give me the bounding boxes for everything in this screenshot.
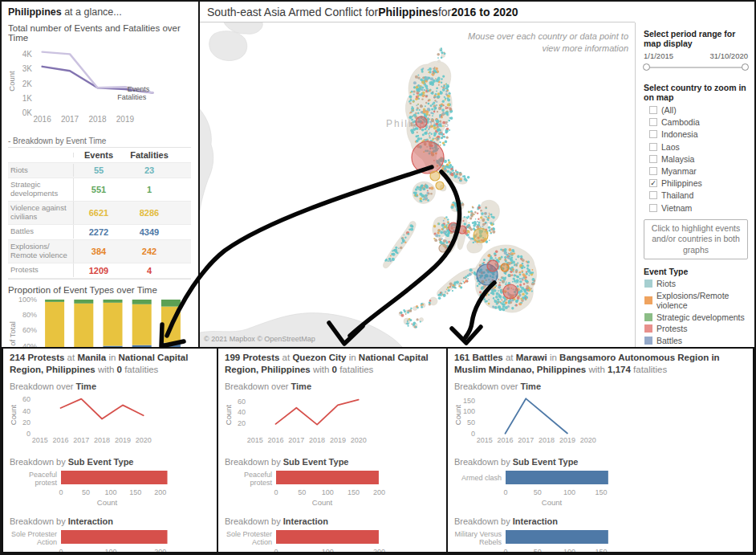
svg-text:2020: 2020: [351, 436, 367, 444]
checkbox-checked-icon[interactable]: ✓: [649, 179, 657, 187]
svg-text:200: 200: [373, 488, 385, 496]
breakdown-interaction-header: Breakdown by Interaction: [10, 516, 210, 526]
events-fatalities-chart-title: Total number of Events and Fatalities ov…: [8, 23, 193, 43]
legend-event-battles[interactable]: Battles: [644, 336, 748, 345]
checkbox-icon[interactable]: [649, 130, 657, 138]
svg-text:0K: 0K: [22, 108, 33, 117]
column-header: Events: [74, 148, 124, 162]
place: Quezon City: [292, 353, 346, 362]
map-bubble[interactable]: [430, 171, 440, 181]
checkbox-icon[interactable]: [649, 106, 657, 114]
event-type-legend: RiotsExplosions/Remote violenceStrategic…: [644, 279, 748, 347]
map-bubble[interactable]: [439, 244, 447, 252]
detail-panel-manila: 214 Protests at Manila in National Capit…: [2, 347, 218, 553]
country-select-label: Select country to zoom in on map: [644, 83, 748, 102]
svg-text:20: 20: [238, 419, 246, 427]
country-checkbox-philippines[interactable]: ✓Philippines: [649, 178, 748, 188]
quezon-interaction-bar[interactable]: Sole ProtesterAction0100200Count: [225, 527, 397, 553]
table-row[interactable]: Protests12094: [8, 263, 191, 279]
map-bubble[interactable]: [412, 141, 444, 173]
legend-event-explosions-remote-violence[interactable]: Explosions/Remote violence: [644, 291, 748, 310]
slider-handle-end[interactable]: [742, 63, 749, 71]
breakdown-sub-header: Breakdown by Sub Event Type: [225, 457, 440, 467]
event-type-label: Protests: [8, 263, 74, 277]
map-bubble[interactable]: [449, 222, 458, 232]
marawi-sub-event-bar[interactable]: Armed clash050100150Count: [454, 467, 627, 508]
checkbox-icon[interactable]: [649, 167, 657, 175]
breakdown-sub-header: Breakdown by Sub Event Type: [454, 457, 746, 467]
marawi-interaction-bar[interactable]: Military VersusRebels050100150Count: [454, 527, 627, 553]
event-type-label: Riots: [8, 164, 74, 178]
proportion-stacked-chart[interactable]: 0%20%40%60%80%100%% of Total201620172018…: [8, 296, 195, 347]
table-row[interactable]: Explosions/ Remote violence384242: [8, 240, 191, 263]
country-checkbox-malaysia[interactable]: Malaysia: [649, 154, 748, 164]
events-value: 2272: [74, 225, 124, 239]
legend-label: Strategic developments: [656, 312, 745, 322]
marawi-time-chart[interactable]: 050100150201520162017201820192020Count: [454, 392, 603, 448]
map-area[interactable]: Philippines Mouse over each country or d…: [200, 22, 635, 347]
period-start: 1/1/2015: [644, 51, 673, 60]
legend-event-protests[interactable]: Protests: [644, 324, 748, 333]
table-row[interactable]: Battles22724349: [8, 225, 191, 240]
checkbox-icon[interactable]: [649, 155, 657, 163]
legend-swatch: [644, 280, 652, 288]
map-title-mid: for: [438, 6, 451, 18]
events-fatalities-line-chart[interactable]: 0K1K2K3K4K2016201720182019CountEventsFat…: [8, 44, 195, 131]
country-checkbox-myanmar[interactable]: Myanmar: [649, 166, 748, 176]
checkbox-label: Laos: [661, 142, 680, 152]
svg-text:50: 50: [298, 488, 306, 496]
event-type-table: EventsFatalitiesRiots5523Strategic devel…: [8, 147, 191, 280]
checkbox-label: Philippines: [661, 178, 702, 188]
map-bubble[interactable]: [474, 228, 488, 243]
country-checkbox-vietnam[interactable]: Vietnam: [649, 203, 748, 213]
event-type: Battles: [472, 353, 502, 362]
checkbox-icon[interactable]: [649, 118, 657, 126]
highlight-button[interactable]: Click to highlight events and/or countri…: [644, 219, 748, 260]
manila-time-chart[interactable]: 0204060201520162017201820192020Count: [10, 392, 158, 448]
svg-text:50: 50: [534, 548, 542, 553]
svg-text:2019: 2019: [116, 115, 135, 124]
place: Marawi: [516, 353, 547, 362]
table-row[interactable]: Violence against civilians66218286: [8, 202, 191, 225]
checkbox-label: Cambodia: [661, 117, 700, 127]
svg-text:40: 40: [238, 408, 246, 416]
svg-text:20: 20: [22, 418, 30, 426]
legend-event-riots[interactable]: Riots: [644, 279, 748, 288]
country-checkbox-indonesia[interactable]: Indonesia: [649, 129, 748, 139]
country-checkbox-laos[interactable]: Laos: [649, 142, 748, 152]
map-bubble[interactable]: [416, 116, 427, 128]
country-checkbox-all[interactable]: (All): [649, 105, 748, 115]
country-checkbox-list: (All)CambodiaIndonesiaLaosMalaysiaMyanma…: [644, 105, 748, 213]
map-title-country: Philippines: [378, 6, 438, 18]
svg-text:% of Total: % of Total: [8, 321, 17, 347]
map-bubble[interactable]: [487, 260, 498, 271]
table-row[interactable]: Riots5523: [8, 163, 191, 178]
manila-sub-event-bar[interactable]: Peacefulprotest050100150200Count: [10, 467, 182, 508]
map-bubble[interactable]: [501, 263, 509, 271]
slider-track[interactable]: [646, 67, 746, 68]
quezon-time-chart[interactable]: 204060201520162017201820192020Count: [225, 392, 373, 448]
map-bubble[interactable]: [458, 226, 466, 234]
checkbox-icon[interactable]: [649, 143, 657, 151]
country-checkbox-thailand[interactable]: Thailand: [649, 190, 748, 200]
map-bubble[interactable]: [503, 284, 518, 299]
slider-handle-start[interactable]: [643, 63, 650, 71]
events-value: 384: [74, 244, 124, 259]
svg-text:2019: 2019: [330, 436, 346, 444]
svg-text:0: 0: [503, 488, 507, 496]
quezon-sub-event-bar[interactable]: Peacefulprotest050100150200Count: [225, 467, 397, 508]
map-bubble[interactable]: [436, 182, 444, 190]
conflict-map[interactable]: Philippines: [200, 22, 635, 347]
legend-label: Riots: [656, 279, 676, 288]
manila-interaction-bar[interactable]: Sole ProtesterAction0100200Count: [10, 527, 182, 553]
event-type: Protests: [27, 353, 64, 362]
event-type-label: Battles: [8, 225, 74, 239]
svg-text:4K: 4K: [22, 50, 33, 59]
country-checkbox-cambodia[interactable]: Cambodia: [649, 117, 748, 127]
checkbox-icon[interactable]: [649, 191, 657, 199]
event-count: 214: [10, 353, 25, 362]
legend-event-strategic-developments[interactable]: Strategic developments: [644, 312, 748, 322]
table-row[interactable]: Strategic developments5511: [8, 178, 191, 202]
period-slider[interactable]: [644, 62, 748, 74]
checkbox-icon[interactable]: [649, 204, 657, 212]
